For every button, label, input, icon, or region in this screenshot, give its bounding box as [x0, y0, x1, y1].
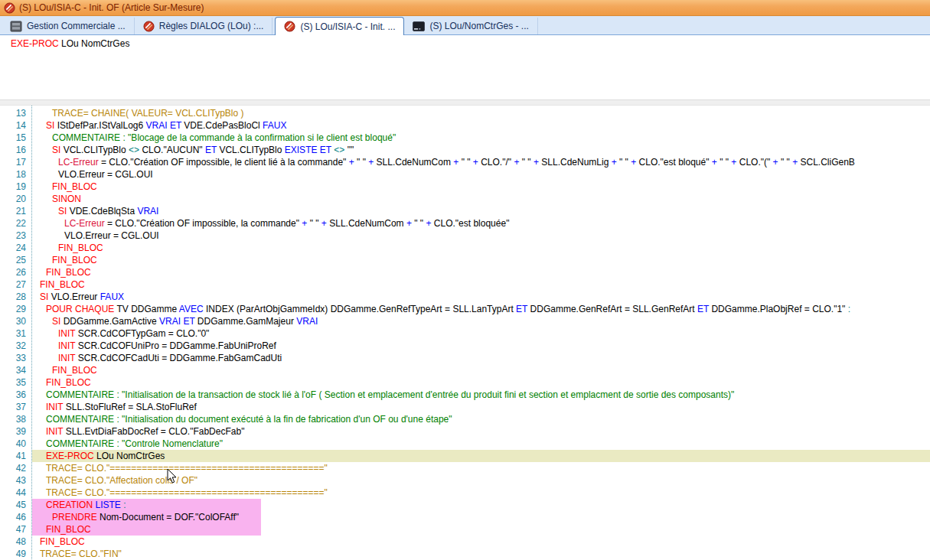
code-token: IStDefPar.IStValLog6 — [57, 120, 146, 131]
app-icon[interactable] — [4, 2, 15, 14]
tab-1[interactable]: Règles DIALOG (LOu) :... — [135, 18, 273, 34]
line-content[interactable]: FIN_BLOC — [32, 242, 930, 254]
code-token: INIT — [46, 426, 66, 437]
line-number[interactable]: 16 — [0, 144, 32, 156]
line-number[interactable]: 49 — [0, 548, 32, 560]
line-content[interactable]: PRENDRE Nom-Document = DOF."ColOFAff" — [32, 511, 930, 523]
window-titlebar[interactable]: (S) LOu/ISIA-C - Init. OF (Article Sur-M… — [0, 0, 930, 16]
line-number[interactable]: 36 — [0, 389, 32, 401]
line-content[interactable]: FIN_BLOC — [32, 536, 930, 548]
code-token: LC-Erreur — [64, 218, 105, 229]
line-number[interactable]: 38 — [0, 413, 32, 425]
line-content[interactable]: VLO.Erreur = CGL.OUI — [32, 230, 930, 242]
code-line: 36COMMENTAIRE : "Initialisation de la tr… — [0, 389, 930, 401]
line-content[interactable]: FIN_BLOC — [32, 266, 930, 278]
line-content[interactable]: FIN_BLOC — [32, 181, 930, 193]
line-content[interactable]: FIN_BLOC — [32, 278, 930, 291]
code-line: 26FIN_BLOC — [0, 266, 930, 278]
line-number[interactable]: 25 — [0, 254, 32, 266]
code-token: " " — [717, 157, 732, 168]
line-number[interactable]: 15 — [0, 132, 32, 144]
line-content[interactable]: INIT SCR.CdCOFUniPro = DDGamme.FabUniPro… — [32, 340, 930, 352]
line-content[interactable]: SI VCL.CLITypBlo <> CLO."AUCUN" ET VCL.C… — [32, 144, 930, 156]
line-number[interactable]: 28 — [0, 291, 32, 303]
line-number[interactable]: 17 — [0, 156, 32, 168]
line-content[interactable]: FIN_BLOC — [32, 364, 930, 376]
line-number[interactable]: 31 — [0, 327, 32, 340]
line-number[interactable]: 47 — [0, 523, 32, 536]
tab-0[interactable]: Gestion Commerciale ... — [2, 18, 135, 34]
line-number[interactable]: 13 — [0, 107, 32, 119]
code-token: TRACE= CHAINE( VALEUR= VCL.CLITypBlo ) — [52, 108, 244, 119]
line-content[interactable]: SI VLO.Erreur FAUX — [32, 291, 930, 303]
line-content[interactable]: INIT SCR.CdCOFCadUti = DDGamme.FabGamCad… — [32, 352, 930, 364]
tab-3[interactable]: (S) LOu/NomCtrGes - ... — [404, 18, 537, 34]
line-content[interactable]: VLO.Erreur = CGL.OUI — [32, 168, 930, 181]
line-content[interactable]: SINON — [32, 193, 930, 205]
line-number[interactable]: 29 — [0, 303, 32, 315]
line-number[interactable]: 48 — [0, 536, 32, 548]
tab-2[interactable]: (S) LOu/ISIA-C - Init. ... — [275, 17, 404, 35]
line-content[interactable]: FIN_BLOC — [32, 254, 930, 266]
line-content[interactable]: LC-Erreur = CLO."Création OF impossible,… — [32, 217, 930, 230]
line-number[interactable]: 18 — [0, 168, 32, 181]
line-number[interactable]: 42 — [0, 462, 32, 474]
line-number[interactable]: 37 — [0, 401, 32, 413]
line-content[interactable]: SI DDGamme.GamActive VRAI ET DDGamme.Gam… — [32, 315, 930, 327]
line-content[interactable]: POUR CHAQUE TV DDGamme AVEC INDEX (ParAr… — [32, 303, 930, 315]
line-number[interactable]: 35 — [0, 376, 32, 389]
line-number[interactable]: 45 — [0, 499, 32, 511]
code-token: "" — [344, 145, 354, 155]
code-token: LOu NomCtrGes — [59, 38, 130, 49]
line-number[interactable]: 32 — [0, 340, 32, 352]
line-content[interactable]: TRACE= CHAINE( VALEUR= VCL.CLITypBlo ) — [32, 107, 930, 119]
line-content[interactable]: CREATION LISTE : — [32, 499, 930, 511]
line-number[interactable]: 30 — [0, 315, 32, 327]
code-token: SI — [58, 206, 70, 217]
line-number[interactable]: 22 — [0, 217, 32, 230]
line-number[interactable]: 14 — [0, 119, 32, 132]
line-content[interactable]: LC-Erreur = CLO."Création OF impossible,… — [32, 156, 930, 168]
line-content[interactable]: SI VDE.CdeBlqSta VRAI — [32, 205, 930, 217]
line-number[interactable]: 39 — [0, 425, 32, 438]
console-icon — [413, 21, 425, 31]
line-number[interactable]: 20 — [0, 193, 32, 205]
line-number[interactable]: 34 — [0, 364, 32, 376]
pane-splitter[interactable] — [0, 99, 930, 106]
line-number[interactable]: 33 — [0, 352, 32, 364]
line-number[interactable]: 43 — [0, 474, 32, 487]
line-number[interactable]: 44 — [0, 487, 32, 499]
line-number[interactable]: 24 — [0, 242, 32, 254]
line-content[interactable]: TRACE= CLO."============================… — [32, 487, 930, 499]
line-content[interactable]: SI IStDefPar.IStValLog6 VRAI ET VDE.CdeP… — [32, 119, 930, 132]
tab-label: Gestion Commerciale ... — [27, 21, 126, 31]
code-editor[interactable]: 13TRACE= CHAINE( VALEUR= VCL.CLITypBlo )… — [0, 106, 930, 560]
cabinet-icon — [10, 21, 22, 32]
line-content[interactable]: INIT SLL.EvtDiaFabDocRef = CLO."FabDecFa… — [32, 425, 930, 438]
line-content[interactable]: COMMENTAIRE : "Controle Nomenclature" — [32, 438, 930, 450]
line-content[interactable]: COMMENTAIRE : "Blocage de la commande à … — [32, 132, 930, 144]
code-line: 45CREATION LISTE : — [0, 499, 930, 511]
line-content[interactable]: EXE-PROC LOu NomCtrGes — [32, 450, 930, 462]
line-number[interactable]: 27 — [0, 278, 32, 291]
line-number[interactable]: 40 — [0, 438, 32, 450]
line-number[interactable]: 23 — [0, 230, 32, 242]
line-content[interactable]: COMMENTAIRE : "Initialisation du documen… — [32, 413, 930, 425]
code-token: ET — [516, 304, 527, 314]
line-content[interactable]: COMMENTAIRE : "Initialisation de la tran… — [32, 389, 930, 401]
line-content[interactable]: INIT SCR.CdCOFTypGam = CLO."0" — [32, 327, 930, 340]
procedure-header-line[interactable]: EXE-PROC LOu NomCtrGes — [11, 38, 930, 49]
line-number[interactable]: 21 — [0, 205, 32, 217]
line-number[interactable]: 26 — [0, 266, 32, 278]
line-content[interactable]: TRACE= CLO."FIN" — [32, 548, 930, 560]
line-content[interactable]: FIN_BLOC — [32, 523, 930, 536]
code-token: CLO."/" — [478, 157, 514, 168]
line-content[interactable]: FIN_BLOC — [32, 376, 930, 389]
line-number[interactable]: 19 — [0, 181, 32, 193]
code-line: 18VLO.Erreur = CGL.OUI — [0, 168, 930, 181]
line-number[interactable]: 46 — [0, 511, 32, 523]
code-token: FIN_BLOC — [46, 524, 91, 535]
procedure-header-pane[interactable]: EXE-PROC LOu NomCtrGes — [0, 35, 930, 99]
line-content[interactable]: INIT SLL.StoFluRef = SLA.StoFluRef — [32, 401, 930, 413]
line-number[interactable]: 41 — [0, 450, 32, 462]
